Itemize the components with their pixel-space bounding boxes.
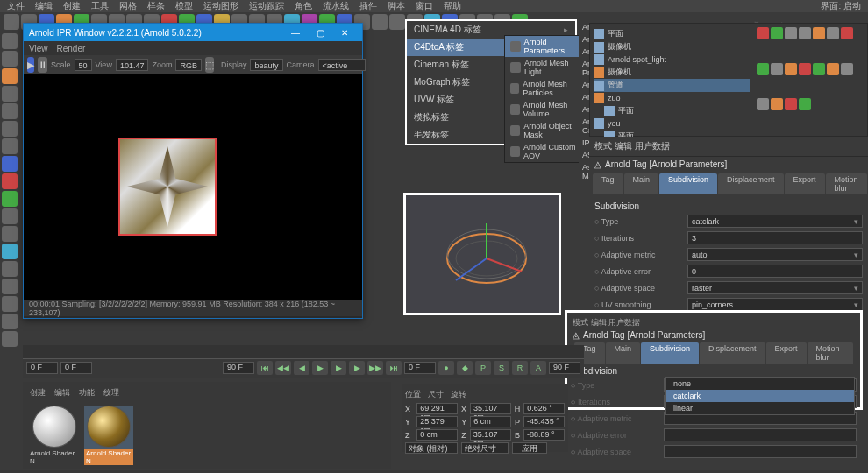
left-tool-8[interactable] [2, 173, 18, 189]
tag-icon[interactable] [757, 98, 769, 110]
attr-field[interactable]: catclark [687, 215, 863, 228]
tag-icon[interactable] [757, 63, 769, 75]
tag-icon[interactable] [841, 27, 853, 39]
maximize-button[interactable]: ▢ [308, 25, 332, 40]
tl-end2[interactable]: 90 F [549, 362, 580, 374]
goto-start-icon[interactable]: ⏮ [257, 361, 273, 375]
toolbar-icon-0[interactable] [4, 14, 19, 30]
tl-end[interactable]: 90 F [223, 362, 254, 374]
size-field[interactable]: 35.107 cm [470, 429, 511, 441]
link-icon[interactable]: ⬚ [205, 57, 214, 73]
menu-运动图形[interactable]: 运动图形 [203, 0, 238, 12]
attr-field[interactable]: auto [687, 248, 863, 261]
minimize-button[interactable]: — [283, 25, 308, 40]
coord-mode2[interactable]: 绝对尺寸 [461, 442, 509, 454]
coord-tab-rot[interactable]: 旋转 [451, 389, 466, 400]
material-item[interactable]: Arnold Shader N [30, 406, 79, 465]
tl-cur[interactable]: 0 F [404, 362, 436, 374]
display-field[interactable]: beauty [250, 59, 282, 71]
prev-frame-icon[interactable]: ◀ [294, 361, 309, 375]
object-row[interactable]: 管道 [594, 79, 750, 92]
key-s-icon[interactable]: S [494, 361, 509, 375]
size-field[interactable]: 35.107 cm [470, 403, 511, 414]
material-item[interactable]: Arnold Shader N [84, 406, 133, 465]
left-tool-15[interactable] [2, 296, 18, 312]
close-button[interactable]: ✕ [332, 25, 357, 40]
mat-tab[interactable]: 功能 [79, 387, 95, 399]
object-tag-column[interactable] [753, 24, 867, 136]
rot-field[interactable]: -88.89 ° [523, 429, 565, 441]
menu-创建[interactable]: 创建 [63, 0, 81, 12]
rot-field[interactable]: -45.435 ° [523, 416, 565, 427]
attr-tab-subdivision[interactable]: Subdivision [659, 173, 717, 194]
left-tool-0[interactable] [2, 33, 18, 49]
render-region[interactable] [118, 138, 217, 236]
tag-icon[interactable] [799, 98, 811, 110]
left-tool-9[interactable] [2, 191, 18, 207]
attr-tab-motion blur[interactable]: Motion blur [826, 173, 867, 194]
play-fwd-icon[interactable]: ▶ [331, 361, 346, 375]
mat-tab[interactable]: 创建 [30, 387, 46, 399]
menu-角色[interactable]: 角色 [295, 0, 312, 12]
tag-icon[interactable] [757, 27, 769, 39]
tag-icon[interactable] [813, 27, 825, 39]
tag-icon[interactable] [785, 98, 797, 110]
attr-tab-main[interactable]: Main [624, 173, 659, 194]
menu-脚本[interactable]: 脚本 [388, 0, 405, 12]
left-tool-17[interactable] [2, 331, 18, 347]
left-tool-1[interactable] [2, 51, 18, 67]
tag-icon[interactable] [771, 27, 783, 39]
left-tool-7[interactable] [2, 156, 18, 172]
attr-field[interactable]: 3 [687, 231, 863, 244]
left-tool-11[interactable] [2, 226, 18, 242]
tag-icon[interactable] [799, 27, 811, 39]
left-tool-3[interactable] [2, 86, 18, 102]
step-fwd-icon[interactable]: ▶▶ [367, 361, 383, 375]
pos-field[interactable]: 25.379 cm [416, 416, 458, 427]
left-tool-10[interactable] [2, 208, 18, 224]
ipr-menu-render[interactable]: Render [57, 44, 86, 53]
attr-field[interactable]: 0 [687, 265, 863, 278]
menu-模型[interactable]: 模型 [175, 0, 193, 12]
attr-field[interactable]: raster [687, 281, 863, 294]
tag-icon[interactable] [785, 27, 797, 39]
layout-selector[interactable]: 界面: 启动 [821, 0, 861, 12]
popup-tab[interactable]: Export [766, 342, 807, 364]
scale-field[interactable]: 50 % [75, 59, 92, 71]
menu-流水线[interactable]: 流水线 [323, 0, 349, 12]
rot-field[interactable]: 0.626 ° [523, 403, 565, 414]
menu-窗口[interactable]: 窗口 [416, 0, 433, 12]
object-tree[interactable]: 平面摄像机Arnold spot_light摄像机管道zuo平面you平面 [590, 24, 753, 136]
attr-tab-export[interactable]: Export [785, 173, 825, 194]
next-frame-icon[interactable]: ▶ [349, 361, 365, 375]
left-tool-13[interactable] [2, 261, 18, 277]
play-back-icon[interactable]: ▶ [312, 361, 328, 375]
record-icon[interactable]: ● [438, 361, 454, 375]
menu-工具[interactable]: 工具 [91, 0, 109, 12]
size-field[interactable]: 6 cm [470, 416, 511, 427]
menu-插件[interactable]: 插件 [359, 0, 377, 12]
popup-tab[interactable]: Subdivision [641, 342, 699, 364]
tag-icon[interactable] [771, 63, 783, 75]
tag-icon[interactable] [799, 63, 811, 75]
step-back-icon[interactable]: ◀◀ [275, 361, 291, 375]
toolbar-icon-21[interactable] [372, 14, 388, 30]
menu-运动跟踪[interactable]: 运动跟踪 [249, 0, 284, 12]
popup-tab[interactable]: Displacement [700, 342, 765, 364]
popup-tab[interactable]: Motion blur [808, 342, 853, 364]
left-tool-14[interactable] [2, 279, 18, 294]
tag-icon[interactable] [813, 63, 825, 75]
tag-icon[interactable] [827, 27, 839, 39]
attr-field[interactable] [664, 428, 857, 441]
mat-tab[interactable]: 纹理 [103, 387, 119, 399]
left-tool-4[interactable] [2, 103, 18, 119]
pos-field[interactable]: 69.291 cm [416, 403, 458, 414]
object-row[interactable]: 摄像机 [594, 66, 750, 79]
coord-mode1[interactable]: 对象 (相对) [405, 442, 458, 454]
apply-button[interactable]: 应用 [512, 442, 547, 454]
left-tool-5[interactable] [2, 121, 18, 137]
object-row[interactable]: 平面 [594, 27, 750, 40]
attr-field[interactable]: pin_corners [687, 298, 863, 311]
ipr-titlebar[interactable]: Arnold IPR Window v2.2.2.1 (Arnold 5.0.2… [24, 24, 362, 41]
popup-tab[interactable]: Main [606, 342, 641, 364]
